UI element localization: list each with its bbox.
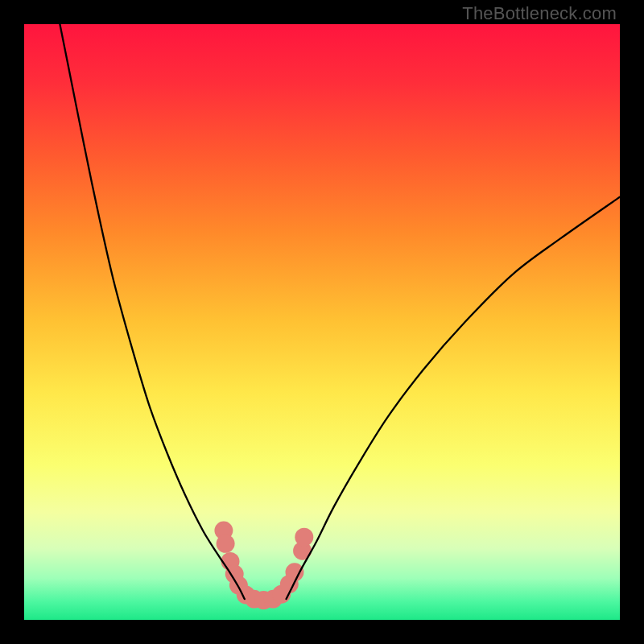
series-left-branch: [60, 24, 244, 599]
vertex-marker: [295, 528, 313, 547]
curve-layer: [24, 24, 620, 620]
vertex-marker: [285, 563, 303, 581]
series-right-branch: [287, 197, 620, 599]
plot-area: [24, 24, 620, 620]
vertex-marker-group: [214, 522, 313, 610]
chart-frame: TheBottleneck.com: [0, 0, 644, 644]
vertex-marker: [217, 535, 235, 553]
watermark-text: TheBottleneck.com: [462, 3, 617, 24]
